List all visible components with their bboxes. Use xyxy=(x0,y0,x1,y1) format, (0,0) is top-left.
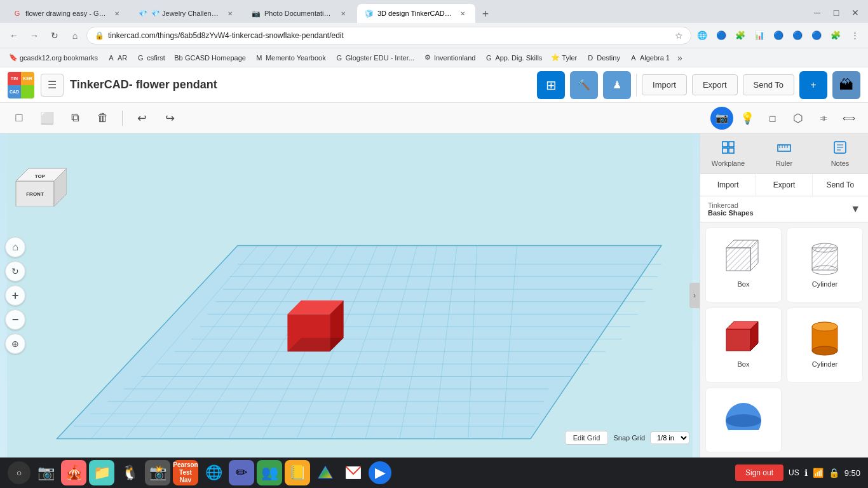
taskbar-camera[interactable]: 📷 xyxy=(33,460,58,485)
bookmark-tyler[interactable]: ⭐ Tyler xyxy=(547,52,581,64)
tab-3[interactable]: 📷 Photo Documentation Jewelry C... ✕ xyxy=(244,4,356,23)
taskbar-files[interactable]: 📁 xyxy=(89,460,114,485)
bookmark-algebra[interactable]: A Algebra 1 xyxy=(625,52,674,64)
shape-tool-button[interactable]: ◻ xyxy=(761,107,784,130)
tab-bar: G flower drawing easy - Google Se... ✕ 💎… xyxy=(0,0,868,23)
bookmark-memento[interactable]: M Memento Yearbook xyxy=(251,52,330,64)
view-cube[interactable]: TOP FRONT xyxy=(10,143,60,207)
undo-button[interactable]: ↩ xyxy=(130,107,153,130)
taskbar-pearson[interactable]: PearsonTest Nav xyxy=(173,460,198,485)
tab-2[interactable]: 💎 💎 Jewelry Challenge using T... ✕ xyxy=(131,4,243,23)
bookmark-ar[interactable]: A AR xyxy=(103,52,131,64)
home-ctrl-button[interactable]: ⌂ xyxy=(5,237,25,257)
ext-3[interactable]: 📊 xyxy=(751,27,768,44)
tab-1-close[interactable]: ✕ xyxy=(112,8,122,18)
library-dropdown-icon[interactable]: ▼ xyxy=(850,203,860,215)
send-to-button[interactable]: Send To xyxy=(743,74,794,95)
taskbar-chrome[interactable]: 🌐 xyxy=(201,460,226,485)
fit-ctrl-button[interactable]: ⊕ xyxy=(5,334,25,354)
duplicate-button[interactable]: ⧉ xyxy=(64,107,86,130)
taskbar-crossword[interactable]: ✏ xyxy=(229,460,254,485)
bookmark-gcasd-home[interactable]: Bb GCASD Homepage xyxy=(170,52,250,64)
bookmark-appdig[interactable]: G App. Dig. Skills xyxy=(480,52,546,64)
avatar[interactable]: 🏔 xyxy=(832,71,860,99)
shape-cylinder-orange[interactable]: Cylinder xyxy=(787,308,863,383)
taskbar-gmail[interactable] xyxy=(341,460,366,485)
tab-1[interactable]: G flower drawing easy - Google Se... ✕ xyxy=(5,4,130,23)
collapse-panel-handle[interactable]: › xyxy=(689,283,700,308)
shape-sphere-blue[interactable] xyxy=(705,388,782,452)
snap-value-select[interactable]: 1/8 in 1/4 in 1 mm xyxy=(650,431,689,444)
tab-4[interactable]: 🧊 3D design TinkerCAD- snowflake... ✕ xyxy=(357,4,475,23)
taskbar-notes[interactable]: 📒 xyxy=(285,460,310,485)
sign-out-button[interactable]: Sign out xyxy=(735,464,783,481)
ext-puzzle[interactable]: 🧩 xyxy=(827,27,844,44)
new-object-button[interactable]: □ xyxy=(8,107,31,130)
taskbar-drive[interactable] xyxy=(313,460,338,485)
new-tab-button[interactable]: + xyxy=(477,5,494,23)
tab-3-close[interactable]: ✕ xyxy=(338,8,348,18)
mirror-button[interactable]: ⟺ xyxy=(837,107,860,130)
menu-icon-button[interactable]: ☰ xyxy=(41,74,64,97)
tab-workplane[interactable]: Workplane xyxy=(700,133,756,173)
taskbar-classroom[interactable]: 👥 xyxy=(257,460,282,485)
shape-cylinder-gray[interactable]: Cylinder xyxy=(787,227,863,302)
back-button[interactable]: ← xyxy=(5,27,23,44)
redo-button[interactable]: ↪ xyxy=(158,107,181,130)
simulate-button[interactable]: ♟ xyxy=(603,71,631,99)
ext-translate[interactable]: 🌐 xyxy=(694,27,710,44)
build-view-button[interactable]: 🔨 xyxy=(570,71,598,99)
delete-button[interactable]: 🗑 xyxy=(92,107,114,130)
ext-4[interactable]: 🔵 xyxy=(770,27,787,44)
bookmark-glogster[interactable]: G Glogster EDU - Inter... xyxy=(331,52,418,64)
user-button[interactable]: + xyxy=(799,71,827,99)
canvas-area[interactable]: TOP FRONT ⌂ ↻ + − ⊕ xyxy=(0,133,700,458)
bookmark-csfirst[interactable]: G csfirst xyxy=(132,52,169,64)
tinkercad-logo[interactable]: TIN KER CAD xyxy=(8,72,34,98)
light-button[interactable]: 💡 xyxy=(736,107,759,130)
taskbar-photobooth[interactable]: 🎪 xyxy=(61,460,86,485)
zoom-out-ctrl-button[interactable]: − xyxy=(5,309,25,330)
star-icon[interactable]: ☆ xyxy=(675,30,683,41)
reload-button[interactable]: ↻ xyxy=(46,27,64,44)
url-bar[interactable]: 🔒 tinkercad.com/things/6ab5d8zYvW4-tinke… xyxy=(86,27,691,44)
tab-ruler[interactable]: Ruler xyxy=(756,133,812,173)
ext-2[interactable]: 🧩 xyxy=(732,27,749,44)
tab-notes[interactable]: Notes xyxy=(812,133,868,173)
tab-4-close[interactable]: ✕ xyxy=(458,8,468,18)
forward-button[interactable]: → xyxy=(25,27,43,44)
minimize-btn[interactable]: ─ xyxy=(810,5,825,20)
taskbar-camera2[interactable]: 📸 xyxy=(145,460,170,485)
taskbar-play[interactable]: ▶ xyxy=(369,461,391,484)
zoom-in-ctrl-button[interactable]: + xyxy=(5,285,25,306)
export-button[interactable]: Export xyxy=(692,74,738,95)
align-button[interactable]: ⟚ xyxy=(812,107,835,130)
rotate-ctrl-button[interactable]: ↻ xyxy=(5,261,25,281)
bookmark-inventionland[interactable]: ⚙ Inventionland xyxy=(419,52,479,64)
more-menu[interactable]: ⋮ xyxy=(846,27,863,44)
edit-grid-button[interactable]: Edit Grid xyxy=(565,431,609,445)
grid-view-button[interactable]: ⊞ xyxy=(537,71,565,99)
export-action[interactable]: Export xyxy=(756,174,812,196)
home-button[interactable]: ⌂ xyxy=(66,27,84,44)
import-action[interactable]: Import xyxy=(700,174,756,196)
library-subcategory[interactable]: Basic Shapes xyxy=(708,209,754,217)
bookmark-gcasd[interactable]: 🔖 gcasdk12.org bookmarks xyxy=(5,52,102,64)
bookmark-destiny[interactable]: D Destiny xyxy=(582,52,624,64)
maximize-btn[interactable]: □ xyxy=(829,5,844,20)
ext-5[interactable]: 🔵 xyxy=(789,27,806,44)
tab-2-close[interactable]: ✕ xyxy=(225,8,235,18)
group-button[interactable]: ⬡ xyxy=(787,107,810,130)
shape-box-gray[interactable]: Box xyxy=(705,227,782,302)
ext-1[interactable]: 🔵 xyxy=(713,27,729,44)
shape-box-red[interactable]: Box xyxy=(705,308,782,383)
import-button[interactable]: Import xyxy=(642,74,687,95)
taskbar-linux[interactable]: 🐧 xyxy=(117,460,142,485)
send-to-action[interactable]: Send To xyxy=(813,174,868,196)
camera-button[interactable]: 📷 xyxy=(710,107,733,130)
chromeos-launcher[interactable]: ○ xyxy=(8,461,31,484)
move-up-button[interactable]: ⬜ xyxy=(36,107,58,130)
close-btn[interactable]: ✕ xyxy=(848,5,863,20)
more-bookmarks[interactable]: » xyxy=(677,53,682,63)
ext-6[interactable]: 🔵 xyxy=(808,27,825,44)
